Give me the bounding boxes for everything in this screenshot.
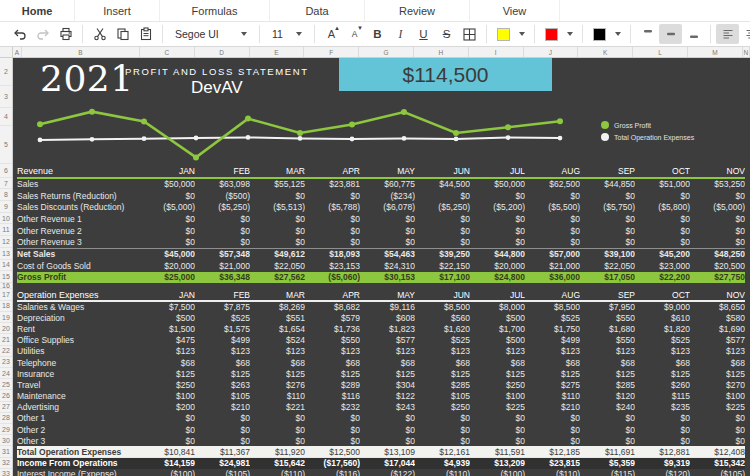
cell-value[interactable]: $125 [415, 368, 470, 379]
cell-value[interactable]: $17,100 [415, 272, 470, 284]
cell-value[interactable]: $62,500 [525, 178, 580, 190]
cell-value[interactable]: $289 [305, 379, 360, 390]
cell-value[interactable]: $577 [360, 335, 415, 346]
cell-value[interactable]: ($105) [195, 469, 250, 476]
align-top-icon[interactable] [636, 24, 659, 44]
cell-value[interactable]: $125 [195, 368, 250, 379]
row-header-28[interactable]: 28 [0, 413, 12, 424]
cell-value[interactable]: $500 [470, 335, 525, 346]
cell-value[interactable]: $1,575 [195, 323, 250, 334]
cell-value[interactable]: $0 [140, 236, 195, 248]
cell-value[interactable]: $275 [525, 379, 580, 390]
cell-value[interactable]: $20,000 [470, 260, 525, 272]
row-header-27[interactable]: 27 [0, 402, 12, 413]
cell-value[interactable]: $123 [195, 346, 250, 357]
column-header-k[interactable]: K [578, 47, 633, 57]
cell-value[interactable]: $8,500 [525, 301, 580, 312]
cell-value[interactable]: $0 [690, 190, 745, 202]
cell-value[interactable]: $0 [690, 413, 745, 424]
cell-value[interactable]: $1,690 [690, 323, 745, 334]
report-title-block[interactable]: PROFIT AND LOSS STATEMENT DevAV [125, 66, 309, 98]
align-left-icon[interactable] [716, 24, 739, 44]
month-header-mar[interactable]: MAR [250, 289, 305, 301]
cell-value[interactable]: $7,500 [140, 301, 195, 312]
cell-value[interactable]: $560 [415, 312, 470, 323]
cell-value[interactable]: $225 [690, 402, 745, 413]
cell-value[interactable]: $577 [690, 335, 745, 346]
undo-button[interactable] [8, 24, 31, 44]
cell-value[interactable]: $50,000 [140, 178, 195, 190]
fill-color-button[interactable] [492, 24, 515, 44]
cell-value[interactable]: $260 [635, 379, 690, 390]
row-label[interactable]: Other 1 [17, 413, 140, 424]
cell-value[interactable]: ($5,750) [580, 201, 635, 213]
month-header-jul[interactable]: JUL [470, 164, 525, 178]
cell-value[interactable]: $100 [690, 391, 745, 402]
cell-value[interactable]: $116 [305, 391, 360, 402]
cell-value[interactable]: $68 [140, 357, 195, 368]
cell-value[interactable]: $235 [635, 402, 690, 413]
profit-expenses-line-chart[interactable]: Gross Profit Total Operation Expenses [13, 106, 750, 164]
cell-value[interactable]: $0 [580, 213, 635, 225]
cell-value[interactable]: $24,310 [360, 260, 415, 272]
cell-value[interactable]: $1,750 [525, 323, 580, 334]
cell-value[interactable]: $45,000 [140, 248, 195, 260]
month-header-nov[interactable]: NOV [690, 289, 745, 301]
cell-value[interactable]: $44,800 [470, 248, 525, 260]
cell-value[interactable]: $44,500 [415, 178, 470, 190]
row-header-32[interactable]: 32 [0, 458, 12, 469]
fill-color-dropdown[interactable] [515, 24, 529, 44]
cell-value[interactable]: $0 [525, 413, 580, 424]
cell-value[interactable]: $1,823 [360, 323, 415, 334]
cell-value[interactable]: $68 [470, 357, 525, 368]
column-header-h[interactable]: H [414, 47, 469, 57]
cell-value[interactable]: $45,200 [635, 248, 690, 260]
cell-value[interactable]: $44,850 [580, 178, 635, 190]
bold-button[interactable]: B [366, 24, 389, 44]
cell-value[interactable]: $5,359 [580, 458, 635, 469]
cell-value[interactable]: $8,500 [415, 301, 470, 312]
cell-value[interactable]: $0 [470, 190, 525, 202]
cell-value[interactable]: $36,000 [525, 272, 580, 284]
cell-value[interactable]: $270 [690, 379, 745, 390]
column-header-d[interactable]: D [195, 47, 250, 57]
cell-value[interactable]: $12,881 [635, 446, 690, 457]
cell-value[interactable]: $0 [415, 190, 470, 202]
cell-value[interactable]: $10,841 [140, 446, 195, 457]
cell-value[interactable]: $68 [250, 357, 305, 368]
cell-value[interactable]: $0 [415, 213, 470, 225]
cell-value[interactable]: $27,562 [250, 272, 305, 284]
cell-value[interactable]: $39,100 [580, 248, 635, 260]
cell-value[interactable]: $0 [360, 213, 415, 225]
row-label[interactable]: Other 3 [17, 435, 140, 446]
month-header-apr[interactable]: APR [305, 289, 360, 301]
cell-value[interactable]: $580 [690, 312, 745, 323]
cell-value[interactable]: $0 [250, 413, 305, 424]
tab-insert[interactable]: Insert [75, 0, 160, 21]
cell-value[interactable]: $11,367 [195, 446, 250, 457]
month-header-oct[interactable]: OCT [635, 164, 690, 178]
row-label[interactable]: Sales [17, 178, 140, 190]
column-header-f[interactable]: F [304, 47, 359, 57]
cell-value[interactable]: $1,680 [580, 323, 635, 334]
cell-value[interactable]: $20,000 [140, 260, 195, 272]
cell-value[interactable]: $125 [690, 368, 745, 379]
cell-value[interactable]: $68 [580, 357, 635, 368]
cell-value[interactable]: $123 [360, 346, 415, 357]
cell-value[interactable]: $0 [140, 190, 195, 202]
cut-button[interactable] [88, 24, 111, 44]
cell-value[interactable]: $0 [525, 190, 580, 202]
cell-value[interactable]: $0 [690, 236, 745, 248]
month-header-jun[interactable]: JUN [415, 289, 470, 301]
cell-value[interactable]: $63,098 [195, 178, 250, 190]
cell-value[interactable]: $8,000 [470, 301, 525, 312]
row-header-11[interactable]: 11 [0, 224, 12, 236]
cell-value[interactable]: $68 [635, 357, 690, 368]
cell-value[interactable]: $125 [250, 368, 305, 379]
row-label[interactable]: Other Revenue 2 [17, 225, 140, 237]
row-header-4[interactable]: 4 [0, 108, 12, 126]
cell-value[interactable]: $110 [250, 391, 305, 402]
row-label[interactable]: Other Revenue 1 [17, 213, 140, 225]
cell-value[interactable]: ($115) [580, 469, 635, 476]
cell-value[interactable]: $15,342 [690, 458, 745, 469]
